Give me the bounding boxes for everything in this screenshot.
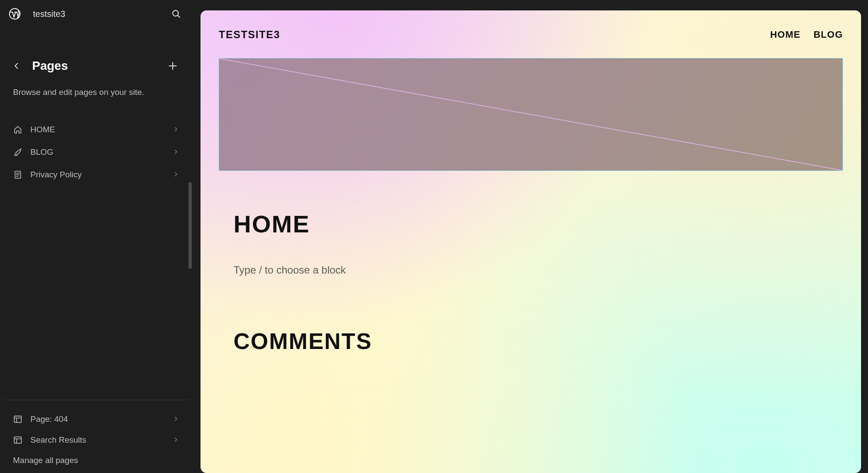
sidebar-bottom: Page: 404 Search Results Manage all page… (0, 400, 193, 473)
layout-icon (13, 414, 23, 424)
editor-canvas-wrap: TESTSITE3 HOME BLOG HOME Type / to choos… (193, 0, 868, 473)
page-item-label: Privacy Policy (30, 170, 165, 179)
page-item-privacy-policy[interactable]: Privacy Policy (8, 164, 185, 185)
home-icon (13, 125, 23, 134)
page-content: HOME Type / to choose a block COMMENTS (219, 171, 843, 354)
layout-icon (13, 435, 23, 445)
chevron-right-icon (173, 437, 180, 444)
comments-heading[interactable]: COMMENTS (233, 328, 828, 354)
site-title[interactable]: TESTSITE3 (219, 29, 280, 41)
page-item-search-results[interactable]: Search Results (8, 430, 185, 450)
page-list: HOME BLOG Privacy Policy (0, 119, 193, 185)
site-name[interactable]: testsite3 (33, 9, 158, 19)
page-item-home[interactable]: HOME (8, 119, 185, 140)
sidebar-topbar: testsite3 (0, 0, 193, 28)
block-inserter-prompt[interactable]: Type / to choose a block (233, 264, 828, 276)
editor-canvas[interactable]: TESTSITE3 HOME BLOG HOME Type / to choos… (201, 10, 861, 473)
page-item-label: Search Results (30, 435, 165, 445)
search-icon (171, 9, 181, 19)
plus-icon (168, 61, 178, 71)
add-page-button[interactable] (165, 58, 181, 74)
site-header: TESTSITE3 HOME BLOG (219, 29, 843, 41)
page-item-404[interactable]: Page: 404 (8, 409, 185, 430)
page-item-label: HOME (30, 125, 165, 134)
page-item-label: Page: 404 (30, 414, 165, 424)
search-button[interactable] (170, 8, 182, 20)
manage-all-pages-link[interactable]: Manage all pages (8, 450, 185, 473)
nav-link-home[interactable]: HOME (770, 29, 800, 40)
sidebar-scrollbar[interactable] (188, 182, 192, 269)
svg-rect-3 (14, 416, 22, 423)
nav-link-blog[interactable]: BLOG (813, 29, 843, 40)
back-button[interactable] (9, 58, 24, 74)
featured-image-placeholder[interactable] (219, 58, 843, 171)
chevron-left-icon (12, 62, 21, 70)
feather-icon (13, 147, 23, 157)
chevron-right-icon (173, 126, 180, 133)
sidebar-description: Browse and edit pages on your site. (0, 87, 193, 98)
document-icon (13, 170, 23, 179)
page-item-blog[interactable]: BLOG (8, 142, 185, 163)
editor-sidebar: testsite3 Pages Browse and edit pages on… (0, 0, 193, 473)
wordpress-logo-icon[interactable] (9, 8, 21, 20)
chevron-right-icon (173, 416, 180, 423)
page-item-label: BLOG (30, 147, 165, 157)
placeholder-diagonal-icon (219, 59, 842, 170)
chevron-right-icon (173, 149, 180, 156)
chevron-right-icon (173, 171, 180, 178)
page-title[interactable]: HOME (233, 210, 828, 238)
divider (4, 400, 188, 400)
sidebar-title: Pages (32, 59, 165, 73)
svg-rect-4 (14, 437, 22, 444)
sidebar-header: Pages (0, 58, 193, 74)
site-nav: HOME BLOG (770, 29, 843, 40)
svg-line-5 (219, 59, 842, 170)
